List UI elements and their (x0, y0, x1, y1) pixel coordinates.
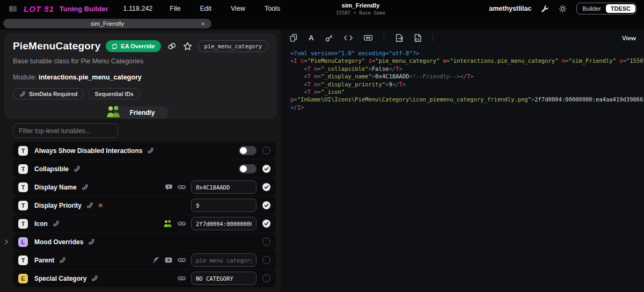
brand-logo: LOT 51 (24, 4, 54, 13)
code-toolbar: A View (282, 30, 644, 46)
tunable-label: Parent (34, 257, 54, 264)
copy-icon[interactable] (290, 34, 297, 42)
code-line: <T n="_icon" (290, 88, 642, 96)
module-value: interactions.pie_menu_category (39, 74, 142, 81)
comment-icon[interactable] (165, 184, 172, 191)
tunable-label: Mood Overrides (34, 238, 83, 246)
class-badges: SimData Required Sequential IDs (13, 88, 268, 99)
share-icon[interactable] (91, 275, 98, 282)
link-rings-icon[interactable] (167, 42, 177, 50)
export-icon[interactable] (396, 34, 403, 42)
menu-file[interactable]: File (170, 5, 180, 12)
simdata-required-badge[interactable]: SimData Required (13, 88, 84, 99)
tunable-value-input[interactable] (191, 272, 257, 285)
reference-icon[interactable] (165, 257, 172, 263)
type-badge: T (18, 146, 28, 156)
link-icon[interactable] (178, 184, 186, 191)
share-icon[interactable] (74, 165, 80, 172)
type-badge: T (18, 201, 28, 210)
top-bar: LOT 51 Tuning Builder 1.118.242 File Edi… (0, 0, 644, 17)
box-arrows-icon[interactable] (364, 34, 372, 41)
expand-chevron-icon[interactable] (4, 239, 9, 245)
friendly-icon[interactable] (163, 220, 172, 228)
share-icon[interactable] (53, 220, 60, 227)
type-badge: T (18, 219, 28, 229)
font-icon[interactable]: A (309, 34, 314, 42)
friendly-category-chip[interactable]: Friendly (113, 106, 169, 119)
panels-icon[interactable] (9, 5, 17, 12)
share-icon[interactable] (86, 202, 93, 209)
tunable-row[interactable]: ESpecial Category (13, 269, 276, 287)
tunable-row[interactable]: TParent (13, 251, 276, 269)
sequential-ids-badge[interactable]: Sequential IDs (88, 88, 140, 99)
tunable-value-input[interactable] (191, 180, 257, 194)
checked-status-icon[interactable] (262, 201, 270, 209)
key-icon[interactable] (325, 34, 333, 42)
sun-icon[interactable] (559, 5, 567, 13)
unchecked-status-icon[interactable] (262, 147, 270, 155)
share-icon[interactable] (147, 147, 154, 154)
ea-override-badge[interactable]: EA Override (106, 40, 160, 52)
type-badge: L (18, 237, 28, 247)
class-header-actions: EA Override pie_menu_category (106, 40, 268, 52)
version-label: 1.118.242 (123, 5, 153, 12)
document-subtitle: 15507 • Base Game (336, 10, 385, 16)
xml-code[interactable]: <?xml version="1.0" encoding="utf-8"?><I… (282, 46, 644, 111)
mode-toggle-group: Builder TDESC (576, 3, 636, 14)
tunable-row[interactable]: TCollapsible (13, 160, 276, 178)
tunable-row[interactable]: TDisplay Priority✳ (13, 196, 276, 214)
type-badge: T (18, 182, 28, 192)
tunable-value-input[interactable] (191, 217, 257, 230)
menu-view[interactable]: View (231, 5, 245, 12)
tunable-row[interactable]: TAlways Show Disabled Interactions (13, 142, 276, 159)
class-header-card: PieMenuCategory EA Override pie_menu_cat… (4, 33, 277, 119)
share-icon[interactable] (82, 184, 89, 191)
wrench-icon[interactable] (541, 5, 549, 13)
tunable-label: Special Category (34, 275, 86, 282)
disabled-icon[interactable] (152, 257, 159, 264)
inspector-panel: PieMenuCategory EA Override pie_menu_cat… (0, 30, 281, 292)
menu-edit[interactable]: Edit (200, 5, 211, 12)
mode-builder-button[interactable]: Builder (577, 4, 605, 13)
tunable-value-input[interactable] (191, 253, 257, 267)
share-icon[interactable] (59, 257, 66, 264)
tunable-row[interactable]: TIcon (13, 215, 276, 232)
star-icon[interactable] (183, 42, 192, 50)
sync-icon (112, 43, 118, 49)
module-label: Module: (13, 74, 36, 81)
class-header-top: PieMenuCategory EA Override pie_menu_cat… (13, 40, 268, 52)
required-asterisk-icon: ✳ (98, 202, 103, 209)
share-icon[interactable] (88, 238, 95, 245)
toggle-switch[interactable] (239, 164, 257, 173)
tunable-row[interactable]: TDisplay Name (13, 178, 276, 196)
menu-tools[interactable]: Tools (265, 5, 280, 12)
code-line: </I> (290, 104, 642, 111)
file-code-icon[interactable] (414, 34, 421, 42)
link-icon[interactable] (178, 275, 186, 282)
unchecked-status-icon[interactable] (262, 256, 270, 264)
checked-status-icon[interactable] (262, 165, 270, 173)
code-line: <T n="_collapsible">False</T> (290, 65, 642, 72)
tab-strip: sim_Friendly × (0, 17, 644, 30)
unchecked-status-icon[interactable] (262, 238, 270, 246)
tab-sim-friendly[interactable]: sim_Friendly × (3, 19, 211, 28)
link-icon[interactable] (178, 220, 186, 227)
code-toolbar-icons: A (290, 34, 444, 42)
toggle-switch[interactable] (239, 146, 257, 155)
class-id-pill[interactable]: pie_menu_category (198, 40, 268, 52)
mode-tdesc-button[interactable]: TDESC (606, 4, 635, 13)
checked-status-icon[interactable] (262, 183, 270, 191)
unchecked-status-icon[interactable] (262, 274, 270, 282)
code-icon[interactable] (344, 34, 353, 41)
filter-input[interactable] (13, 123, 118, 138)
tunable-label: Collapsible (34, 165, 69, 173)
category-chip-row: Friendly (13, 106, 268, 119)
tunable-row[interactable]: LMood Overrides (13, 233, 276, 251)
view-menu-button[interactable]: View (622, 35, 636, 41)
link-icon[interactable] (178, 257, 186, 264)
tunable-value-input[interactable] (191, 199, 257, 212)
checked-status-icon[interactable] (262, 220, 270, 228)
username-label: amethystlilac (489, 5, 531, 12)
tab-close-icon[interactable]: × (201, 19, 205, 28)
top-bar-left: LOT 51 Tuning Builder 1.118.242 File Edi… (0, 4, 299, 13)
